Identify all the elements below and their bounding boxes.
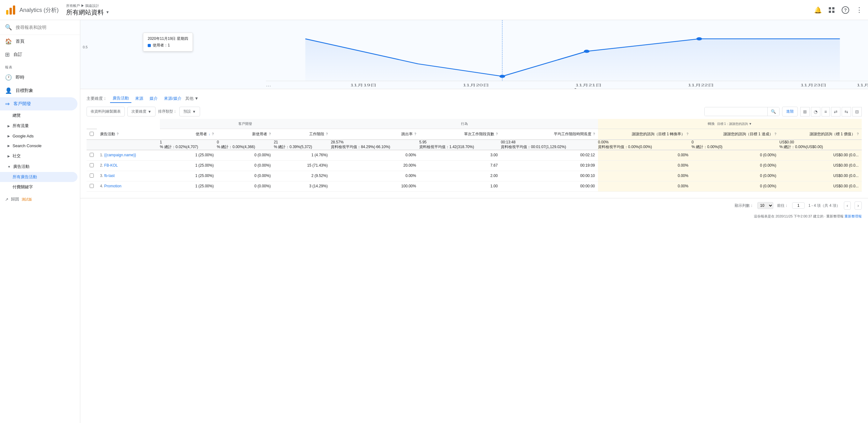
goal-comp-help-icon[interactable]: ?	[775, 133, 776, 136]
rows-select[interactable]: 10 25 50 100	[757, 202, 773, 209]
row-users: 1 (25.00%)	[160, 150, 217, 161]
apps-grid-icon[interactable]	[828, 6, 835, 14]
svg-text:11月19日: 11月19日	[350, 83, 376, 87]
sessions-help-icon[interactable]: ?	[326, 133, 328, 136]
next-page-button[interactable]: ›	[855, 201, 862, 209]
campaign-link[interactable]: Promotion	[104, 184, 121, 188]
sidebar-group-social[interactable]: ▶ 社交	[0, 151, 80, 161]
advanced-button[interactable]: 進階	[782, 107, 798, 116]
sort-type-label: 排序類型：	[158, 109, 177, 114]
goal-completions-header[interactable]: 謝謝您的諮詢（目標 1 達成） ?	[691, 129, 779, 140]
pages-help-icon[interactable]: ?	[496, 133, 498, 136]
notification-icon[interactable]: 🔔	[814, 6, 822, 14]
new-users-header[interactable]: 新使用者 ?	[217, 129, 274, 140]
row-checkbox-0[interactable]	[90, 153, 94, 157]
page-input[interactable]	[792, 202, 805, 209]
chart-tooltip-value: 使用者：1	[148, 43, 188, 48]
duration-help-icon[interactable]: ?	[593, 133, 595, 136]
goal-rate-help-icon[interactable]: ?	[687, 133, 689, 136]
svg-rect-4	[832, 7, 834, 9]
content-area: 0.5	[80, 20, 868, 423]
secondary-dim-button[interactable]: 次要維度 ▼	[127, 107, 156, 116]
property-selector[interactable]: 所有網站資料 ▼	[66, 8, 110, 17]
sort-dropdown-icon: ▼	[192, 110, 196, 114]
table-search-input[interactable]	[705, 107, 767, 116]
sidebar-subitem-paid-keywords[interactable]: 付費關鍵字	[0, 182, 80, 192]
data-table-wrap: 廣告活動 ? 客戶開發 行為 轉換 目標 1：謝謝您的諮詢	[80, 119, 868, 198]
select-all-checkbox[interactable]	[87, 129, 97, 140]
pie-view-button[interactable]: ◔	[811, 107, 820, 116]
topbar-icons: 🔔 ? ⋮	[814, 6, 863, 14]
users-help-icon[interactable]: ?	[212, 133, 214, 136]
sidebar-item-audience[interactable]: 👤 目標對象	[0, 84, 78, 97]
dimension-tab-medium[interactable]: 媒介	[147, 94, 160, 103]
summary-pages: 5.95 資料檢視平均值：1.42(318.70%)	[419, 140, 501, 150]
sort-type-button[interactable]: 預設 ▼	[179, 107, 200, 116]
logo-text: Analytics (分析)	[20, 6, 59, 14]
row-sessions: 15 (71.43%)	[274, 161, 331, 171]
row-new-users: 0 (0.00%)	[217, 161, 274, 171]
sidebar-subitem-overview[interactable]: 總覽	[0, 110, 80, 120]
row-duration: 00:19:09	[501, 161, 598, 171]
pages-per-session-header[interactable]: 單次工作階段頁數 ?	[419, 129, 501, 140]
data-chart-button[interactable]: 依資料列繪製圖表	[87, 107, 125, 116]
table-search-button[interactable]: 🔍	[767, 107, 779, 116]
list-view-button[interactable]: ≡	[822, 107, 830, 116]
goal-value-header[interactable]: 謝謝您的諮詢（標 1 價值） ?	[779, 129, 862, 140]
users-header[interactable]: 使用者 ↓ ?	[160, 129, 217, 140]
table-row: 3. fb-tast 1 (25.00%) 0 (0.00%) 2 (9.52%…	[87, 171, 862, 181]
svg-marker-7	[305, 39, 840, 81]
avg-duration-header[interactable]: 平均工作階段時間長度 ?	[501, 129, 598, 140]
dimension-tab-source-medium[interactable]: 來源/媒介	[161, 94, 184, 103]
campaign-link[interactable]: {{campaign.name}}	[104, 153, 136, 157]
sidebar-item-realtime[interactable]: 🕐 即時	[0, 71, 78, 84]
summary-new-users: 0 % 總計：0.00%(4,366)	[217, 140, 274, 150]
dimension-tab-other[interactable]: 其他 ▼	[185, 96, 198, 101]
row-bounce: 0.00%	[331, 171, 419, 181]
bounce-help-icon[interactable]: ?	[414, 133, 416, 136]
campaign-help-icon[interactable]: ?	[117, 133, 119, 136]
goal-rate-header[interactable]: 謝謝您的諮詢（目標 1 轉換率） ?	[598, 129, 691, 140]
sessions-header[interactable]: 工作階段 ?	[274, 129, 331, 140]
sidebar-group-campaigns[interactable]: ▼ 廣告活動	[0, 161, 80, 172]
custom-view-button[interactable]: ⊟	[852, 107, 862, 116]
row-num-and-campaign: 1. {{campaign.name}}	[97, 150, 160, 161]
expand-arrow-icon: ▶	[7, 124, 10, 128]
campaign-link[interactable]: fb-tast	[104, 173, 115, 178]
sidebar-group-all-traffic[interactable]: ▶ 所有流量	[0, 120, 80, 131]
more-menu-icon[interactable]: ⋮	[856, 6, 863, 14]
row-checkbox-2[interactable]	[90, 173, 94, 178]
goal-val-help-icon[interactable]: ?	[857, 133, 859, 136]
summary-users: 1 % 總計：0.02%(4,707)	[160, 140, 217, 150]
analytics-logo-icon	[5, 4, 16, 16]
row-users: 1 (25.00%)	[160, 171, 217, 181]
sidebar-group-search-console[interactable]: ▶ Search Console	[0, 141, 80, 151]
dimension-label: 主要維度：	[87, 96, 107, 101]
sidebar-group-google-ads[interactable]: ▶ Google Ads	[0, 131, 80, 141]
refresh-report-link[interactable]: 重新整理報	[844, 214, 862, 218]
grid-view-button[interactable]: ⊞	[800, 107, 810, 116]
conversion-dropdown-icon[interactable]: ▼	[749, 122, 752, 125]
bounce-rate-header[interactable]: 跳出率 ?	[331, 129, 419, 140]
summary-cb	[87, 140, 97, 150]
sidebar-subitem-all-campaigns[interactable]: 所有廣告活動	[0, 172, 78, 182]
search-input[interactable]	[16, 25, 75, 30]
help-icon[interactable]: ?	[842, 6, 849, 14]
new-users-help-icon[interactable]: ?	[269, 133, 271, 136]
sidebar-item-custom[interactable]: ⊞ 自訂	[0, 48, 78, 61]
row-checkbox-1[interactable]	[90, 163, 94, 167]
pivot-view-button[interactable]: ⇆	[842, 107, 851, 116]
sidebar-item-acquisition[interactable]: ⇒ 客戶開發	[0, 97, 78, 110]
campaign-link[interactable]: FB-KOL	[104, 163, 118, 168]
select-all-input[interactable]	[90, 132, 94, 136]
dimension-tab-campaign[interactable]: 廣告活動	[110, 94, 131, 103]
row-goal-comp: 0 (0.00%)	[691, 181, 779, 192]
prev-page-button[interactable]: ‹	[844, 201, 851, 209]
sidebar-item-attribution[interactable]: ↗ 歸因 測試版	[0, 193, 80, 205]
dimension-tab-source[interactable]: 來源	[133, 94, 146, 103]
row-checkbox-3[interactable]	[90, 184, 94, 188]
row-checkbox-cell	[87, 161, 97, 171]
sidebar-item-home[interactable]: 🏠 首頁	[0, 35, 78, 48]
compare-view-button[interactable]: ⇄	[831, 107, 840, 116]
behavior-section-header: 行為	[331, 119, 598, 129]
